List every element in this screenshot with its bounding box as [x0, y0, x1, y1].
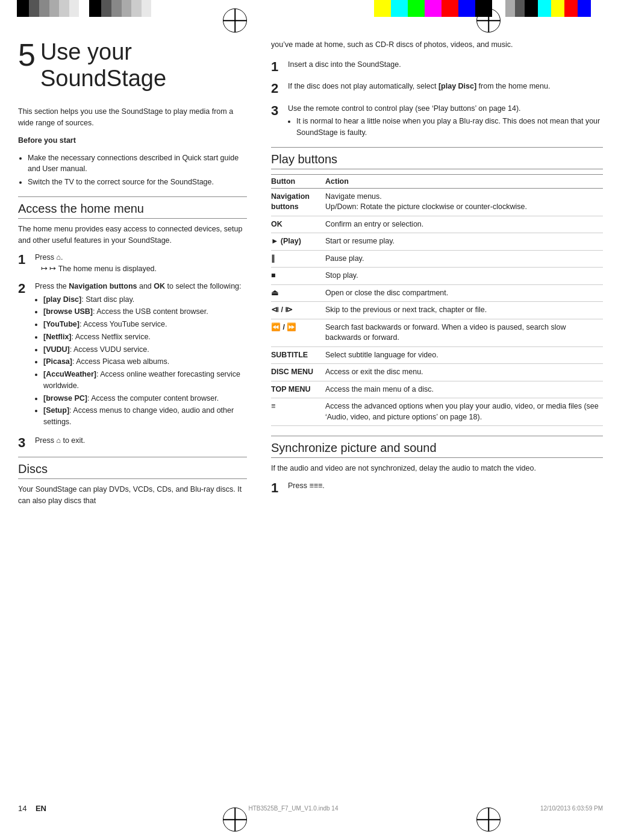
footer-file: HTB3525B_F7_UM_V1.0.indb 14 — [249, 805, 339, 812]
sync-description: If the audio and video are not synchroni… — [271, 463, 603, 474]
home-menu-steps: 1Press ⌂.↦ The home menu is displayed.2P… — [18, 252, 247, 451]
step-bullets: [play Disc]: Start disc play.[browse USB… — [43, 294, 247, 428]
table-row: SUBTITLESelect subtitle language for vid… — [271, 346, 603, 364]
table-cell-action: Pause play. — [325, 250, 603, 268]
access-home-menu-heading: Access the home menu — [18, 202, 247, 219]
table-cell-action: Search fast backwards or forward. When a… — [325, 319, 603, 346]
disc-step-bullets: It is normal to hear a little noise when… — [296, 116, 603, 139]
main-content: 5 Use your SoundStage This section helps… — [18, 27, 603, 813]
table-row: ■Stop play. — [271, 268, 603, 285]
step-content: Press ⌂ to exit. — [35, 435, 247, 447]
disc-step: 3Use the remote control to control play … — [271, 103, 603, 140]
table-cell-button: ≡ — [271, 398, 325, 426]
discs-heading: Discs — [18, 462, 247, 479]
section-divider-2 — [18, 457, 247, 457]
step-bullet-item: [browse PC]: Access the computer content… — [43, 393, 247, 404]
step-sub-item: ↦ The home menu is displayed. — [41, 263, 247, 275]
step-bullet-item: [AccuWeather]: Access online weather for… — [43, 369, 247, 392]
disc-step: 1Insert a disc into the SoundStage. — [271, 59, 603, 75]
table-row: ‖Pause play. — [271, 250, 603, 268]
step-bullet-item: [Setup]: Access menus to change video, a… — [43, 405, 247, 428]
table-cell-button: Navigation buttons — [271, 188, 325, 216]
table-cell-button: ⏪ / ⏩ — [271, 319, 325, 346]
step: 1Press ⌂.↦ The home menu is displayed. — [18, 252, 247, 275]
table-cell-button: ‖ — [271, 250, 325, 268]
step-bullet-item: [Netflix]: Access Netflix service. — [43, 331, 247, 343]
before-you-start-label: Before you start — [18, 135, 247, 146]
table-cell-button: TOP MENU — [271, 381, 325, 398]
disc-step-number: 1 — [271, 59, 288, 75]
disc-step-number: 2 — [271, 81, 288, 96]
sync-section: Synchronize picture and sound If the aud… — [271, 436, 603, 496]
table-cell-action: Access the main menu of a disc. — [325, 381, 603, 398]
step-number: 1 — [18, 252, 35, 268]
step-number: 3 — [18, 435, 35, 451]
footer-date: 12/10/2013 6:03:59 PM — [540, 805, 603, 812]
sync-step-content: Press ≡≡≡. — [288, 480, 603, 492]
disc-step-content: Use the remote control to control play (… — [288, 103, 603, 140]
sync-steps: 1Press ≡≡≡. — [271, 480, 603, 496]
step: 3Press ⌂ to exit. — [18, 435, 247, 451]
section-divider-3 — [271, 147, 603, 148]
table-cell-button: ⧏ / ⧐ — [271, 302, 325, 319]
step-bullet-item: [YouTube]: Access YouTube service. — [43, 319, 247, 330]
chapter-heading: 5 Use your SoundStage — [18, 39, 247, 92]
intro-text: This section helps you use the SoundStag… — [18, 106, 247, 129]
left-column: 5 Use your SoundStage This section helps… — [18, 27, 247, 793]
sync-heading: Synchronize picture and sound — [271, 441, 603, 458]
step-bullet-item: [browse USB]: Access the USB content bro… — [43, 306, 247, 318]
step-content: Press ⌂.↦ The home menu is displayed. — [35, 252, 247, 275]
table-cell-button: DISC MENU — [271, 364, 325, 381]
table-cell-action: Access or exit the disc menu. — [325, 364, 603, 381]
table-header-button: Button — [271, 174, 325, 188]
table-row: ≡Access the advanced options when you pl… — [271, 398, 603, 426]
intro-bullet-item: Make the necessary connections described… — [28, 152, 247, 175]
disc-step: 2If the disc does not play automatically… — [271, 81, 603, 96]
play-buttons-table: Button Action Navigation buttonsNavigate… — [271, 174, 603, 427]
step-sub-list: ↦ The home menu is displayed. — [41, 263, 247, 275]
table-cell-action: Skip to the previous or next track, chap… — [325, 302, 603, 319]
step-number: 2 — [18, 281, 35, 296]
step: 2Press the Navigation buttons and OK to … — [18, 281, 247, 429]
color-bars — [0, 0, 621, 17]
table-cell-action: Select subtitle language for video. — [325, 346, 603, 364]
table-row: ⏪ / ⏩Search fast backwards or forward. W… — [271, 319, 603, 346]
step-bullet-item: [VUDU]: Access VUDU service. — [43, 344, 247, 356]
home-menu-description: The home menu provides easy access to co… — [18, 224, 247, 246]
chapter-number: 5 — [18, 39, 36, 71]
intro-bullets: Make the necessary connections described… — [28, 152, 247, 188]
disc-step-content: If the disc does not play automatically,… — [288, 81, 603, 92]
table-cell-action: Confirm an entry or selection. — [325, 216, 603, 233]
intro-bullet-item: Switch the TV to the correct source for … — [28, 177, 247, 188]
table-cell-action: Navigate menus.Up/Down: Rotate the pictu… — [325, 188, 603, 216]
disc-step-content: Insert a disc into the SoundStage. — [288, 59, 603, 71]
table-row: ► (Play)Start or resume play. — [271, 233, 603, 251]
page-number: 14 EN — [18, 804, 46, 813]
table-cell-action: Open or close the disc compartment. — [325, 284, 603, 302]
table-row: ⏏Open or close the disc compartment. — [271, 284, 603, 302]
disc-steps: 1Insert a disc into the SoundStage.2If t… — [271, 59, 603, 140]
table-row: DISC MENUAccess or exit the disc menu. — [271, 364, 603, 381]
table-cell-button: ► (Play) — [271, 233, 325, 251]
section-divider-1 — [18, 196, 247, 197]
sync-step: 1Press ≡≡≡. — [271, 480, 603, 496]
table-cell-button: ⏏ — [271, 284, 325, 302]
table-cell-action: Stop play. — [325, 268, 603, 285]
table-row: TOP MENUAccess the main menu of a disc. — [271, 381, 603, 398]
table-cell-action: Access the advanced options when you pla… — [325, 398, 603, 426]
table-cell-action: Start or resume play. — [325, 233, 603, 251]
table-row: Navigation buttonsNavigate menus.Up/Down… — [271, 188, 603, 216]
play-table-body: Navigation buttonsNavigate menus.Up/Down… — [271, 188, 603, 426]
play-buttons-heading: Play buttons — [271, 152, 603, 169]
page-footer: 14 EN HTB3525B_F7_UM_V1.0.indb 14 12/10/… — [18, 799, 603, 813]
table-row: ⧏ / ⧐Skip to the previous or next track,… — [271, 302, 603, 319]
discs-text: Your SoundStage can play DVDs, VCDs, CDs… — [18, 484, 247, 507]
disc-step-bullet-item: It is normal to hear a little noise when… — [296, 116, 603, 139]
table-cell-button: ■ — [271, 268, 325, 285]
table-header-action: Action — [325, 174, 603, 188]
step-bullet-item: [play Disc]: Start disc play. — [43, 294, 247, 306]
step-bullet-item: [Picasa]: Access Picasa web albums. — [43, 356, 247, 368]
step-content: Press the Navigation buttons and OK to s… — [35, 281, 247, 429]
chapter-title: Use your SoundStage — [40, 39, 247, 92]
table-cell-button: SUBTITLE — [271, 346, 325, 364]
